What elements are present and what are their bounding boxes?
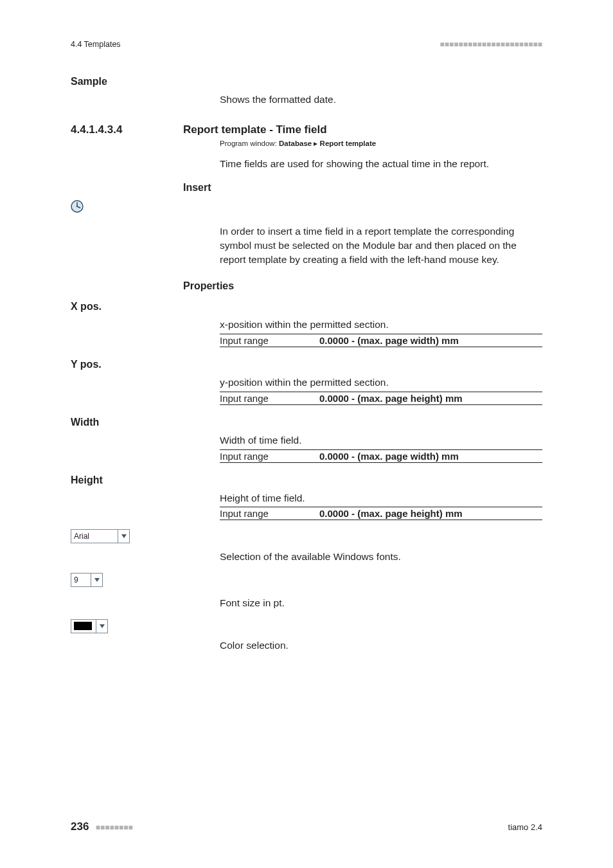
font-dropdown-value: Arial: [71, 530, 118, 543]
insert-heading: Insert: [183, 182, 542, 194]
width-description: Width of time field.: [220, 433, 542, 448]
ypos-range-value: 0.0000 - (max. page height) mm: [319, 393, 463, 404]
footer-ornament: ■■■■■■■■: [96, 823, 133, 832]
color-dropdown-value: [71, 620, 96, 633]
ypos-description: y-position within the permitted section.: [220, 375, 542, 390]
sample-description: Shows the formatted date.: [220, 93, 542, 107]
header-section-label: 4.4 Templates: [71, 40, 121, 49]
height-range-value: 0.0000 - (max. page height) mm: [319, 508, 463, 519]
xpos-range-row: Input range 0.0000 - (max. page width) m…: [220, 334, 542, 347]
width-label: Width: [71, 417, 99, 428]
ypos-range-row: Input range 0.0000 - (max. page height) …: [220, 392, 542, 405]
properties-heading: Properties: [183, 280, 542, 292]
breadcrumb-separator: ▸: [312, 140, 319, 147]
footer-product: tiamo 2.4: [508, 822, 542, 832]
svg-marker-6: [100, 624, 105, 628]
insert-description: In order to insert a time field in a rep…: [220, 224, 542, 266]
ypos-label: Y pos.: [71, 359, 102, 370]
height-range-row: Input range 0.0000 - (max. page height) …: [220, 507, 542, 520]
width-range-label: Input range: [220, 451, 319, 462]
breadcrumb: Program window: Database ▸ Report templa…: [220, 139, 542, 148]
header-ornament: ■■■■■■■■■■■■■■■■■■■■■■: [440, 40, 542, 49]
page-number: 236: [71, 820, 89, 833]
sample-label: Sample: [71, 76, 107, 87]
section-number: 4.4.1.4.3.4: [71, 123, 122, 136]
font-description: Selection of the available Windows fonts…: [220, 550, 542, 564]
color-swatch: [74, 622, 92, 630]
breadcrumb-database: Database: [279, 140, 312, 147]
xpos-label: X pos.: [71, 301, 102, 312]
xpos-range-label: Input range: [220, 335, 319, 346]
svg-marker-5: [94, 578, 100, 582]
xpos-description: x-position within the permitted section.: [220, 318, 542, 332]
height-label: Height: [71, 475, 103, 485]
font-size-dropdown-value: 9: [71, 574, 91, 586]
color-dropdown[interactable]: [71, 619, 108, 633]
font-dropdown[interactable]: Arial: [71, 529, 130, 543]
height-range-label: Input range: [220, 508, 319, 519]
clock-icon: [71, 204, 84, 215]
chevron-down-icon: [118, 530, 129, 543]
section-intro: Time fields are used for showing the act…: [220, 157, 542, 171]
height-description: Height of time field.: [220, 491, 542, 505]
chevron-down-icon: [91, 574, 102, 586]
xpos-range-value: 0.0000 - (max. page width) mm: [319, 335, 459, 346]
breadcrumb-prefix: Program window:: [220, 140, 279, 147]
page-header: 4.4 Templates ■■■■■■■■■■■■■■■■■■■■■■: [71, 40, 542, 49]
breadcrumb-report-template: Report template: [320, 140, 377, 147]
chevron-down-icon: [96, 620, 107, 633]
color-description: Color selection.: [220, 638, 542, 653]
page-footer: 236 ■■■■■■■■ tiamo 2.4: [71, 820, 542, 833]
section-title: Report template - Time field: [183, 123, 327, 136]
font-size-dropdown[interactable]: 9: [71, 573, 103, 587]
width-range-row: Input range 0.0000 - (max. page width) m…: [220, 449, 542, 463]
width-range-value: 0.0000 - (max. page width) mm: [319, 451, 459, 462]
svg-marker-4: [121, 534, 127, 538]
font-size-description: Font size in pt.: [220, 596, 542, 610]
ypos-range-label: Input range: [220, 393, 319, 404]
